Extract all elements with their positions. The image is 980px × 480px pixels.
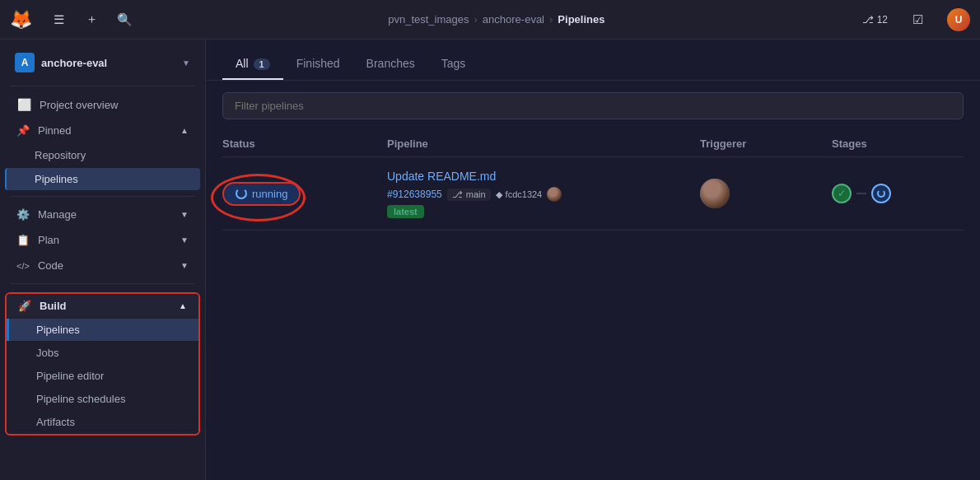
sidebar: A anchore-eval ▼ ⬜ Project overview 📌 Pi…	[0, 40, 206, 480]
commit-value: fcdc1324	[506, 189, 543, 199]
tabs-bar: All 1 Finished Branches Tags	[206, 40, 980, 81]
col-header-status: Status	[222, 137, 387, 150]
tab-finished[interactable]: Finished	[283, 40, 353, 80]
todo-button[interactable]: ☑	[904, 7, 931, 33]
main-layout: A anchore-eval ▼ ⬜ Project overview 📌 Pi…	[0, 40, 980, 480]
sidebar-item-jobs[interactable]: Jobs	[7, 342, 198, 364]
user-avatar[interactable]: U	[947, 8, 970, 31]
sidebar-item-pipeline-schedules[interactable]: Pipeline schedules	[7, 388, 198, 410]
sidebar-group-manage[interactable]: ⚙️ Manage ▼	[5, 203, 200, 226]
pinned-label: Pinned	[38, 124, 172, 137]
mr-icon: ⎇	[862, 14, 874, 26]
sidebar-item-label-jobs: Jobs	[36, 347, 58, 359]
col-header-triggerer: Triggerer	[700, 137, 832, 150]
stage-icon-2[interactable]	[871, 184, 891, 203]
plan-chevron: ▼	[180, 235, 189, 245]
build-icon: 🚀	[18, 300, 31, 312]
col-header-pipeline: Pipeline	[387, 137, 700, 150]
sidebar-group-code[interactable]: </> Code ▼	[5, 254, 200, 277]
pin-icon: 📌	[16, 124, 30, 137]
plan-label: Plan	[38, 234, 172, 246]
pipelines-table: Status Pipeline Triggerer Stages running	[206, 131, 980, 480]
filter-bar	[206, 81, 980, 131]
sidebar-item-label-project-overview: Project overview	[40, 99, 118, 111]
pipeline-info-cell: Update README.md #912638955 ⎇ main ◆ fcd…	[387, 169, 700, 218]
search-icon: 🔍	[117, 12, 133, 27]
triggerer-cell	[700, 179, 832, 208]
top-bar-icons: ☰ ＋ 🔍	[45, 7, 138, 33]
sidebar-item-label-pipeline-editor: Pipeline editor	[36, 370, 104, 382]
sidebar-item-label-artifacts: Artifacts	[36, 416, 75, 428]
sidebar-group-plan[interactable]: 📋 Plan ▼	[5, 228, 200, 252]
manage-chevron: ▼	[180, 210, 189, 219]
sidebar-divider-3	[10, 283, 195, 284]
content-area: All 1 Finished Branches Tags Status Pipe…	[206, 40, 980, 480]
filter-pipelines-input[interactable]	[222, 92, 964, 119]
pipeline-status-cell: running	[222, 182, 387, 206]
mr-count: 12	[877, 14, 888, 26]
code-chevron: ▼	[180, 261, 189, 270]
breadcrumb-current: Pipelines	[558, 13, 604, 26]
manage-label: Manage	[38, 208, 172, 221]
sidebar-item-pipeline-editor[interactable]: Pipeline editor	[7, 365, 198, 387]
pinned-chevron: ▲	[180, 126, 189, 135]
sidebar-item-label-pipeline-schedules: Pipeline schedules	[36, 393, 125, 405]
tab-branches[interactable]: Branches	[353, 40, 428, 80]
stage-connector-1	[856, 193, 866, 194]
sidebar-item-repository[interactable]: Repository	[5, 144, 200, 166]
plus-icon: ＋	[86, 12, 98, 27]
sidebar-item-label-repository: Repository	[35, 149, 86, 161]
breadcrumb-repo[interactable]: anchore-eval	[483, 13, 544, 26]
gitlab-logo: 🦊	[10, 9, 32, 30]
search-button[interactable]: 🔍	[111, 7, 138, 33]
build-label: Build	[40, 300, 170, 312]
breadcrumb: pvn_test_images › anchore-eval › Pipelin…	[388, 13, 604, 26]
sidebar-divider-1	[10, 86, 195, 86]
sidebar-item-project-overview[interactable]: ⬜ Project overview	[5, 92, 200, 117]
plan-icon: 📋	[16, 234, 30, 246]
sidebar-project-name: anchore-eval	[41, 57, 182, 69]
mr-counter-button[interactable]: ⎇ 12	[856, 7, 894, 33]
top-bar: 🦊 ☰ ＋ 🔍 pvn_test_images › anchore-eval ›…	[0, 0, 980, 40]
sidebar-pinned-header[interactable]: 📌 Pinned ▲	[5, 119, 200, 142]
sidebar-group-build-header[interactable]: 🚀 Build ▲	[7, 294, 198, 318]
create-button[interactable]: ＋	[78, 7, 105, 33]
build-chevron: ▲	[179, 301, 187, 310]
breadcrumb-sep1: ›	[474, 13, 478, 26]
stages-cell: ✓	[832, 184, 964, 203]
sidebar-project-avatar: A	[15, 53, 35, 72]
running-spinner-icon	[236, 188, 247, 199]
pipeline-title-link[interactable]: Update README.md	[387, 170, 496, 183]
manage-icon: ⚙️	[16, 208, 30, 221]
sidebar-icon: ☰	[54, 12, 64, 27]
commit-hash: ◆ fcdc1324	[496, 189, 543, 200]
breadcrumb-org[interactable]: pvn_test_images	[388, 13, 469, 26]
triggerer-avatar-inner	[700, 179, 730, 208]
latest-badge: latest	[387, 205, 424, 218]
sidebar-item-artifacts[interactable]: Artifacts	[7, 411, 198, 433]
pipeline-id[interactable]: #912638955	[387, 189, 442, 200]
breadcrumb-sep2: ›	[549, 13, 553, 26]
tab-all-count: 1	[254, 58, 270, 70]
branch-icon: ⎇	[452, 189, 463, 200]
pipeline-status-badge[interactable]: running	[222, 182, 301, 206]
code-icon: </>	[16, 261, 30, 271]
pipeline-meta: #912638955 ⎇ main ◆ fcdc1324	[387, 187, 700, 202]
commit-icon: ◆	[496, 189, 502, 200]
todo-icon: ☑	[912, 12, 923, 27]
build-section: 🚀 Build ▲ Pipelines Jobs Pipeline editor…	[5, 292, 200, 436]
tab-all[interactable]: All 1	[222, 40, 283, 80]
branch-tag: ⎇ main	[447, 189, 491, 201]
triggerer-avatar	[700, 179, 730, 208]
stage-icon-1[interactable]: ✓	[832, 184, 852, 203]
sidebar-divider-2	[10, 196, 195, 197]
sidebar-item-label-pipelines-build: Pipelines	[36, 324, 80, 336]
tab-tags[interactable]: Tags	[428, 40, 479, 80]
project-overview-icon: ⬜	[16, 98, 31, 111]
sidebar-item-pipelines-pinned[interactable]: Pipelines	[5, 168, 200, 190]
sidebar-project-header[interactable]: A anchore-eval ▼	[5, 46, 200, 79]
code-label: Code	[38, 259, 172, 272]
stage-2-spinner	[877, 189, 885, 198]
sidebar-item-pipelines-build[interactable]: Pipelines	[7, 319, 198, 341]
sidebar-toggle-button[interactable]: ☰	[45, 7, 72, 33]
